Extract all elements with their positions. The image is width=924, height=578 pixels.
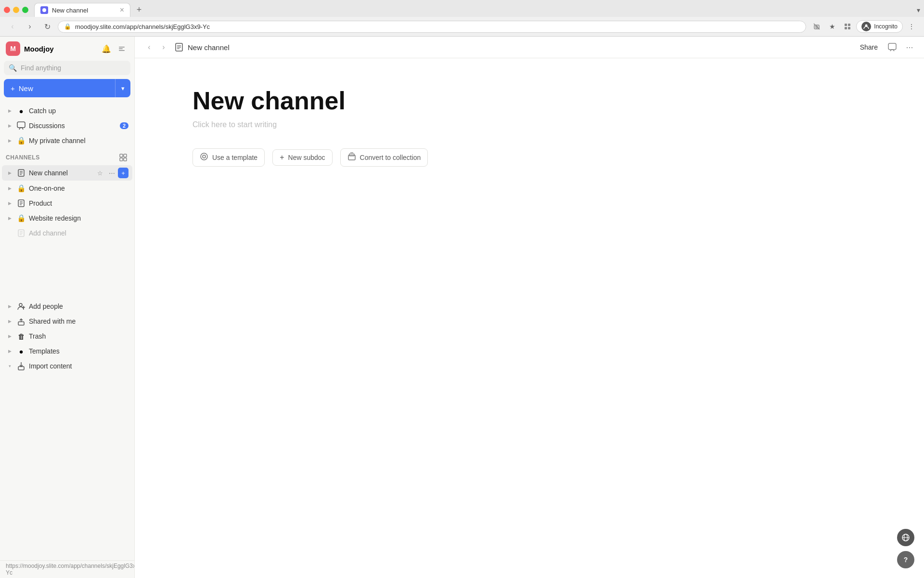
forward-button[interactable]: › [23,20,37,33]
sidebar-item-one-on-one[interactable]: ▶ 🔒 One-on-one [2,181,132,196]
close-window-button[interactable] [4,7,10,13]
svg-rect-12 [17,122,25,128]
toolbar-forward-button[interactable]: › [157,40,170,54]
sidebar-item-label: Catch up [29,107,128,115]
channels-section-header: Channels [0,148,134,165]
catch-up-icon: ● [16,106,26,116]
share-button[interactable]: Share [856,41,882,53]
incognito-icon [861,22,871,31]
sidebar-item-label: Website redesign [29,214,128,222]
new-button-main[interactable]: + New [4,80,115,97]
new-button-label: New [19,84,33,92]
expand-icon[interactable]: ▶ [6,169,13,177]
back-button[interactable]: ‹ [6,20,19,33]
workspace-avatar[interactable]: M [6,41,20,56]
sidebar-item-add-channel[interactable]: ▶ Add channel [2,226,132,240]
expand-icon[interactable]: ▶ [6,302,13,310]
expand-icon[interactable]: ▶ [6,214,13,222]
main-toolbar: ‹ › New channel Share ··· [135,37,924,58]
page-title[interactable]: New channel [192,87,866,115]
floating-actions: ? [897,529,914,568]
minimize-window-button[interactable] [13,7,19,13]
sidebar-collapse-button[interactable] [115,42,128,55]
more-options-button[interactable]: ⋯ [106,168,117,178]
svg-rect-14 [124,154,127,157]
sidebar-item-trash[interactable]: ▶ 🗑 Trash [2,329,132,343]
add-to-channel-button[interactable]: + [118,168,128,178]
expand-icon[interactable]: ▶ [6,137,13,144]
new-button[interactable]: + New ▾ [4,79,130,97]
sidebar-item-website-redesign[interactable]: ▶ 🔒 Website redesign [2,211,132,225]
new-tab-button[interactable]: + [132,3,146,17]
reload-button[interactable]: ↻ [40,20,54,33]
browser-sync-icon[interactable] [841,20,854,33]
channel-item-actions: ☆ ⋯ + [95,168,128,178]
maximize-window-button[interactable] [22,7,28,13]
expand-icon[interactable]: ▶ [6,107,13,115]
svg-rect-5 [848,24,850,26]
tab-overflow-button[interactable]: ▾ [917,6,920,14]
toolbar-actions: Share ··· [856,40,916,54]
use-template-button[interactable]: Use a template [192,148,265,167]
svg-rect-4 [845,24,847,26]
sidebar-item-product[interactable]: ▶ Product [2,196,132,210]
sidebar-spacer [0,241,134,299]
sidebar-item-discussions[interactable]: ▶ Discussions 2 [2,118,132,133]
sidebar-item-new-channel[interactable]: ▶ New channel ☆ ⋯ + [2,165,132,181]
expand-icon[interactable]: ▶ [6,122,13,130]
expand-icon[interactable]: ▶ [6,184,13,192]
help-button[interactable]: ? [897,551,914,568]
comment-button[interactable] [886,40,899,54]
sidebar-header-actions: 🔔 [100,42,128,55]
url-text: moodjoy.slite.com/app/channels/skjEgglG3… [75,23,800,30]
page-subtitle[interactable]: Click here to start writing [192,120,866,129]
sidebar-item-shared-with-me[interactable]: ▶ Shared with me [2,314,132,328]
sidebar-item-label: Add people [29,302,128,310]
collection-icon [347,152,356,163]
shared-icon [16,316,26,326]
expand-icon[interactable]: ▶ [6,199,13,207]
globe-button[interactable] [897,529,914,546]
url-bar[interactable]: 🔒 moodjoy.slite.com/app/channels/skjEggl… [58,21,806,33]
tab-close-button[interactable]: × [120,6,124,14]
sidebar-header: M Moodjoy 🔔 [0,37,134,61]
camera-off-icon[interactable] [810,20,823,33]
bookmark-icon[interactable]: ★ [825,20,839,33]
incognito-label: Incognito [874,23,898,30]
sidebar-item-label: Discussions [29,122,117,130]
sidebar-item-label: Templates [29,347,128,355]
sidebar-item-templates[interactable]: ▶ ● Templates [2,344,132,358]
address-bar: ‹ › ↻ 🔒 moodjoy.slite.com/app/channels/s… [0,17,924,36]
sidebar-item-label: Product [29,199,128,207]
expand-icon[interactable]: ▶ [6,332,13,340]
sidebar-item-add-people[interactable]: ▶ Add people [2,299,132,314]
search-input-wrap[interactable]: 🔍 Find anything [4,61,130,75]
sidebar-item-label: Add channel [29,229,128,237]
svg-point-39 [201,153,207,160]
star-button[interactable]: ☆ [95,168,105,178]
sidebar-item-import-content[interactable]: ▾ Import content [2,359,132,373]
main-area: ‹ › New channel Share ··· New channel Cl… [135,37,924,578]
sidebar-item-my-private[interactable]: ▶ 🔒 My private channel [2,133,132,148]
channels-section-action[interactable] [118,152,128,163]
browser-menu-button[interactable]: ⋮ [905,20,918,33]
convert-collection-label: Convert to collection [360,154,421,161]
convert-collection-button[interactable]: Convert to collection [340,148,428,167]
expand-icon[interactable]: ▾ [6,362,13,370]
incognito-badge[interactable]: Incognito [856,20,903,33]
notifications-button[interactable]: 🔔 [100,42,113,55]
sidebar-item-catch-up[interactable]: ▶ ● Catch up [2,104,132,118]
expand-icon[interactable]: ▶ [6,317,13,325]
sidebar: M Moodjoy 🔔 🔍 Find anything + New [0,37,135,578]
tab-title: New channel [52,7,116,14]
more-options-button[interactable]: ··· [903,40,916,54]
new-subdoc-button[interactable]: + New subdoc [272,149,332,166]
address-bar-actions: ★ Incognito ⋮ [810,20,918,33]
sidebar-search[interactable]: 🔍 Find anything [4,61,130,75]
workspace-name: Moodjoy [24,45,96,53]
svg-point-40 [203,155,205,158]
new-button-dropdown[interactable]: ▾ [116,80,130,96]
active-tab[interactable]: New channel × [34,3,130,17]
expand-icon[interactable]: ▶ [6,347,13,355]
toolbar-back-button[interactable]: ‹ [142,40,156,54]
